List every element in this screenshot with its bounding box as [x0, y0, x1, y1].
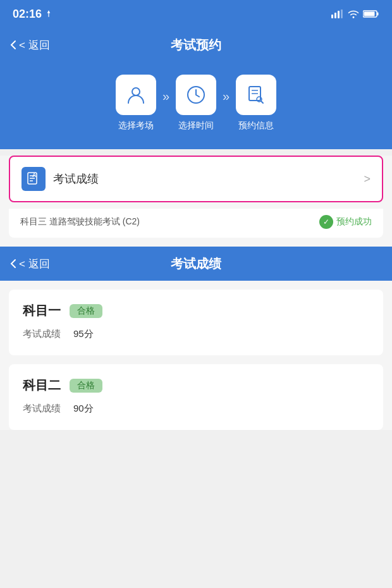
exam-score-chevron: > [364, 173, 371, 186]
step-2-label: 选择时间 [178, 120, 214, 132]
nav-title-2: 考试成绩 [171, 255, 221, 273]
step-1: 选择考场 [116, 75, 156, 132]
back-chevron-1 [10, 40, 16, 50]
score-doc-icon: A + [27, 172, 40, 186]
card-1-score-label: 考试成绩 [23, 328, 61, 340]
status-bar: 02:16 [0, 0, 392, 28]
nav-bar-2: < 返回 考试成绩 [0, 247, 392, 281]
person-icon [125, 84, 147, 106]
success-check-icon: ✓ [319, 215, 333, 229]
svg-rect-0 [331, 15, 333, 18]
location-icon [44, 9, 53, 18]
svg-text:+: + [32, 174, 35, 178]
subject-1-badge: 合格 [70, 304, 102, 318]
back-chevron-2 [10, 259, 16, 269]
card-1-score-row: 考试成绩 95分 [23, 326, 369, 343]
svg-rect-5 [377, 13, 379, 16]
svg-rect-2 [338, 11, 340, 18]
back-button-1[interactable]: < 返回 [10, 38, 50, 52]
svg-rect-6 [364, 12, 375, 16]
step-3-icon-box [236, 75, 276, 115]
steps-section: 选择考场 » 选择时间 » 预约信息 [0, 62, 392, 149]
card-2-header: 科目二 合格 [23, 377, 369, 394]
step-3: 预约信息 [236, 75, 276, 132]
success-label: 预约成功 [336, 216, 372, 228]
status-time: 02:16 [13, 8, 53, 21]
subject-info-row: 科目三 道路驾驶技能考试 (C2) ✓ 预约成功 [9, 209, 383, 238]
screen-2: < 返回 考试成绩 科目一 合格 考试成绩 95分 科目二 合格 考试成绩 90… [0, 247, 392, 430]
exam-score-label: 考试成绩 [53, 171, 99, 187]
card-2-score-value: 90分 [73, 403, 94, 415]
main-content: A + 考试成绩 > 科目三 道路驾驶技能考试 (C2) ✓ 预约成功 < 返回… [0, 156, 392, 430]
document-search-icon [245, 84, 267, 106]
step-2: 选择时间 [176, 75, 216, 132]
score-icon-box: A + [21, 167, 46, 191]
back-label-1: < 返回 [19, 38, 50, 52]
status-icons [331, 9, 379, 18]
card-2-score-row: 考试成绩 90分 [23, 400, 369, 417]
svg-rect-1 [334, 13, 336, 18]
card-1-score-value: 95分 [73, 328, 94, 340]
subject-1-name: 科目一 [23, 302, 61, 319]
score-card-1: 科目一 合格 考试成绩 95分 [9, 290, 383, 355]
exam-score-row[interactable]: A + 考试成绩 > [9, 156, 383, 202]
nav-bar-1: < 返回 考试预约 [0, 28, 392, 62]
step-1-label: 选择考场 [118, 120, 154, 132]
time-display: 02:16 [13, 8, 42, 21]
step-2-icon-box [176, 75, 216, 115]
subject-2-name: 科目二 [23, 377, 61, 394]
success-badge: ✓ 预约成功 [319, 215, 372, 229]
subject-2-badge: 合格 [70, 379, 102, 393]
card-2-score-label: 考试成绩 [23, 403, 61, 415]
battery-icon [363, 9, 379, 18]
svg-point-7 [132, 88, 140, 95]
svg-rect-3 [341, 9, 343, 18]
step-1-icon-box [116, 75, 156, 115]
exam-score-left: A + 考试成绩 [21, 167, 99, 191]
clock-icon [185, 84, 207, 106]
card-1-header: 科目一 合格 [23, 302, 369, 319]
subject-text: 科目三 道路驾驶技能考试 (C2) [20, 216, 140, 228]
step-arrow-2: » [223, 89, 230, 118]
nav-title-1: 考试预约 [171, 37, 221, 54]
step-3-label: 预约信息 [238, 120, 274, 132]
back-button-2[interactable]: < 返回 [10, 257, 50, 271]
wifi-icon [348, 9, 359, 18]
step-arrow-1: » [162, 89, 169, 118]
svg-line-13 [261, 101, 263, 103]
back-label-2: < 返回 [19, 257, 50, 271]
signal-icon [331, 9, 344, 18]
score-card-2: 科目二 合格 考试成绩 90分 [9, 364, 383, 430]
